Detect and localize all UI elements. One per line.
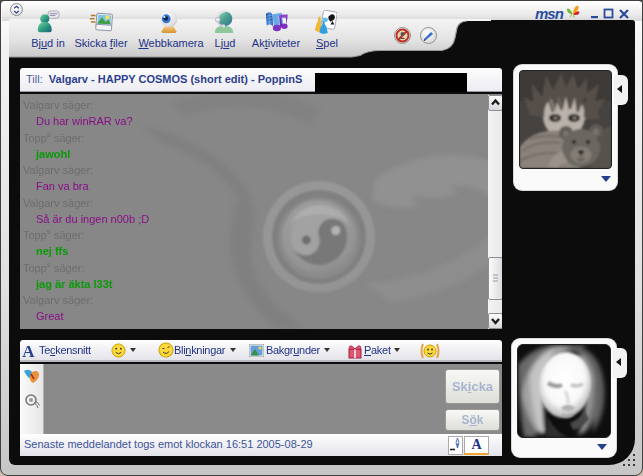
svg-text:A: A (22, 343, 35, 359)
